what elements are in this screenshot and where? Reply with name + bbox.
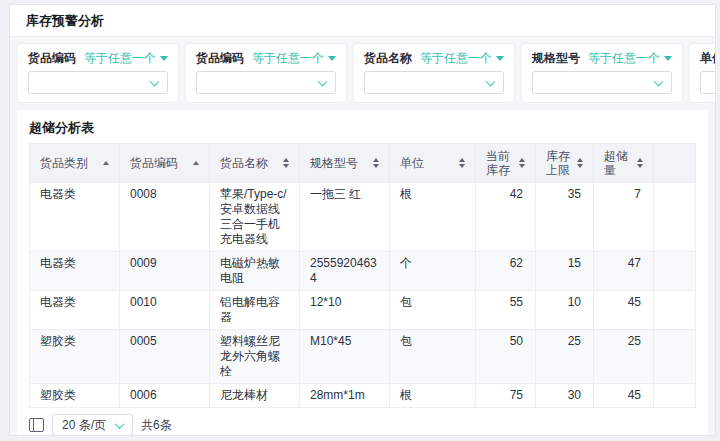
filter-operator-dropdown[interactable]: 等于任意一个 — [252, 51, 336, 65]
column-header[interactable]: 货品编码 — [120, 144, 210, 183]
table-cell: 42 — [476, 183, 536, 252]
filter-label-row: 单位等于任意一个 — [700, 51, 715, 65]
column-header[interactable]: 货品类别 — [30, 144, 120, 183]
page-layout-icon[interactable] — [29, 418, 44, 432]
table-cell: M10*45 — [300, 330, 390, 384]
total-count-label: 共6条 — [141, 417, 172, 434]
table-cell: 塑胶类 — [30, 330, 120, 384]
page-title: 库存预警分析 — [10, 5, 715, 37]
filter-card-1: 货品编码等于任意一个 — [185, 43, 347, 103]
overstock-panel: 超储分析表 货品类别货品编码货品名称规格型号单位当前库存库存上限超储量电器类00… — [17, 110, 708, 435]
table-cell: 28mm*1m — [300, 384, 390, 408]
filter-value-select[interactable] — [364, 71, 504, 94]
filter-field-label: 单位 — [700, 51, 715, 65]
filter-value-select[interactable] — [532, 71, 672, 94]
table-cell: 0010 — [120, 291, 210, 330]
filter-card-3: 规格型号等于任意一个 — [521, 43, 683, 103]
table-cell: 75 — [476, 384, 536, 408]
filter-operator-dropdown[interactable]: 等于任意一个 — [420, 51, 504, 65]
table-cell: 45 — [594, 384, 654, 408]
table-row: 电器类0009电磁炉热敏电阻25559204634个621547 — [30, 252, 696, 291]
content-area: 货品编码等于任意一个货品编码等于任意一个货品名称等于任意一个规格型号等于任意一个… — [10, 37, 715, 435]
column-header[interactable]: 超储量 — [594, 144, 654, 183]
column-header[interactable]: 当前库存 — [476, 144, 536, 183]
table-cell: 45 — [594, 291, 654, 330]
filter-operator-dropdown[interactable]: 等于任意一个 — [84, 51, 168, 65]
table-cell: 30 — [536, 384, 594, 408]
filter-field-label: 货品名称 — [364, 51, 412, 65]
table-cell: 根 — [390, 183, 476, 252]
table-cell: 电器类 — [30, 252, 120, 291]
column-header-content: 单位 — [400, 156, 465, 170]
filter-card-4: 单位等于任意一个 — [689, 43, 715, 103]
triangle-down-icon — [283, 164, 289, 168]
sort-both-icon — [637, 158, 643, 168]
column-header-content: 超储量 — [604, 149, 643, 177]
table-cell — [654, 291, 696, 330]
sort-both-icon — [459, 158, 465, 168]
filter-operator-label: 等于任意一个 — [588, 51, 660, 65]
column-header-content: 货品编码 — [130, 156, 199, 170]
chevron-down-icon — [486, 76, 496, 86]
filter-value-select[interactable] — [196, 71, 336, 94]
column-header-label: 货品类别 — [40, 156, 88, 170]
chevron-down-icon — [150, 76, 160, 86]
table-cell: 0008 — [120, 183, 210, 252]
caret-down-icon — [496, 56, 504, 61]
filter-label-row: 货品名称等于任意一个 — [364, 51, 504, 65]
filter-card-0: 货品编码等于任意一个 — [17, 43, 179, 103]
table-cell: 55 — [476, 291, 536, 330]
overstock-table-title: 超储分析表 — [29, 116, 696, 143]
table-cell: 12*10 — [300, 291, 390, 330]
column-header[interactable]: 库存上限 — [536, 144, 594, 183]
table-cell: 15 — [536, 252, 594, 291]
caret-down-icon — [328, 56, 336, 61]
column-header-empty — [654, 144, 696, 183]
table-cell: 塑料螺丝尼龙外六角螺栓 — [210, 330, 300, 384]
page-layout-icon-inner — [30, 419, 34, 431]
column-header-content: 货品名称 — [220, 156, 289, 170]
table-cell: 电器类 — [30, 183, 120, 252]
column-header[interactable]: 货品名称 — [210, 144, 300, 183]
triangle-down-icon — [459, 164, 465, 168]
table-cell: 电磁炉热敏电阻 — [210, 252, 300, 291]
main-card: 库存预警分析 货品编码等于任意一个货品编码等于任意一个货品名称等于任意一个规格型… — [9, 4, 716, 436]
column-header[interactable]: 单位 — [390, 144, 476, 183]
table-cell: 62 — [476, 252, 536, 291]
column-header[interactable]: 规格型号 — [300, 144, 390, 183]
triangle-up-icon — [283, 158, 289, 162]
filter-operator-label: 等于任意一个 — [252, 51, 324, 65]
table-cell: 铝电解电容器 — [210, 291, 300, 330]
triangle-down-icon — [577, 164, 583, 168]
filter-value-select[interactable] — [700, 71, 715, 94]
table-row: 电器类0008苹果/Type-c/安卓数据线三合一手机充电器线一拖三 红根423… — [30, 183, 696, 252]
table-cell: 个 — [390, 252, 476, 291]
sort-both-icon — [519, 158, 525, 168]
table-cell: 0005 — [120, 330, 210, 384]
table-cell — [654, 330, 696, 384]
table-cell: 苹果/Type-c/安卓数据线三合一手机充电器线 — [210, 183, 300, 252]
table-cell — [654, 252, 696, 291]
sort-asc-icon — [193, 161, 199, 165]
table-cell: 尼龙棒材 — [210, 384, 300, 408]
table-row: 塑胶类0006尼龙棒材28mm*1m根753045 — [30, 384, 696, 408]
filter-operator-label: 等于任意一个 — [84, 51, 156, 65]
triangle-down-icon — [373, 164, 379, 168]
sort-both-icon — [577, 158, 583, 168]
page-size-select[interactable]: 20 条/页 — [52, 414, 133, 435]
filter-label-row: 规格型号等于任意一个 — [532, 51, 672, 65]
table-cell: 25559204634 — [300, 252, 390, 291]
caret-down-icon — [664, 56, 672, 61]
filter-value-select[interactable] — [28, 71, 168, 94]
table-cell: 10 — [536, 291, 594, 330]
filter-operator-dropdown[interactable]: 等于任意一个 — [588, 51, 672, 65]
filter-card-2: 货品名称等于任意一个 — [353, 43, 515, 103]
triangle-up-icon — [459, 158, 465, 162]
chevron-down-icon — [318, 76, 328, 86]
column-header-label: 单位 — [400, 156, 424, 170]
triangle-down-icon — [519, 164, 525, 168]
caret-down-icon — [160, 56, 168, 61]
column-header-label: 货品编码 — [130, 156, 178, 170]
filter-field-label: 货品编码 — [196, 51, 244, 65]
table-row: 电器类0010铝电解电容器12*10包551045 — [30, 291, 696, 330]
